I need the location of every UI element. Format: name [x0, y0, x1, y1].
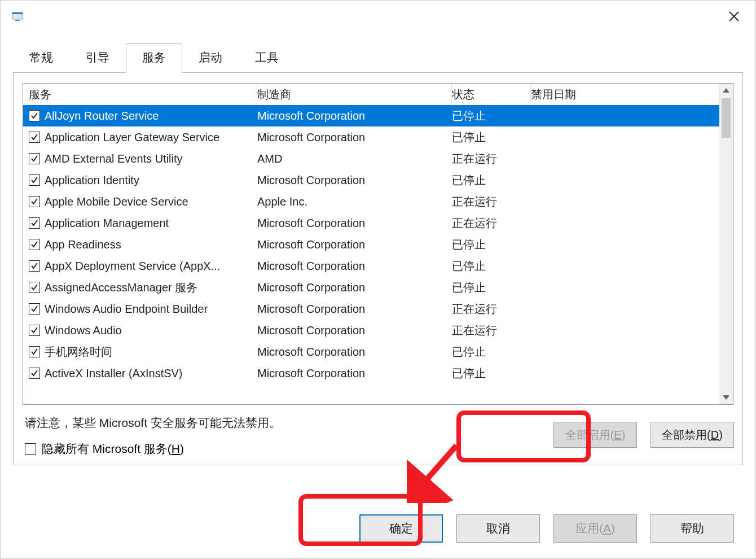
service-status: 已停止: [452, 280, 531, 295]
service-row[interactable]: 手机网络时间Microsoft Corporation已停止: [23, 341, 719, 363]
service-checkbox[interactable]: [29, 174, 40, 186]
service-status: 正在运行: [452, 302, 531, 317]
service-name: AppX Deployment Service (AppX...: [45, 260, 220, 273]
svg-rect-2: [15, 20, 20, 21]
service-row[interactable]: Application IdentityMicrosoft Corporatio…: [23, 169, 719, 191]
service-checkbox[interactable]: [29, 346, 40, 357]
services-list: 服务 制造商 状态 禁用日期 AllJoyn Router ServiceMic…: [23, 83, 733, 405]
bulk-buttons: 全部启用(E) 全部禁用(D): [553, 422, 734, 448]
tab-工具[interactable]: 工具: [239, 43, 295, 73]
service-name: Application Identity: [45, 174, 139, 187]
service-status: 已停止: [452, 344, 531, 360]
service-status: 已停止: [452, 237, 531, 252]
service-row[interactable]: AppX Deployment Service (AppX...Microsof…: [23, 255, 719, 277]
service-row[interactable]: Windows Audio Endpoint BuilderMicrosoft …: [23, 298, 719, 320]
service-manufacturer: Microsoft Corporation: [257, 303, 452, 316]
service-name: App Readiness: [45, 238, 121, 251]
service-name: AssignedAccessManager 服务: [45, 280, 197, 295]
service-checkbox[interactable]: [29, 217, 40, 229]
help-button[interactable]: 帮助: [650, 514, 734, 543]
service-checkbox[interactable]: [29, 260, 40, 272]
scroll-up-arrow[interactable]: [719, 84, 733, 97]
column-header-status[interactable]: 状态: [452, 84, 531, 105]
service-status: 正在运行: [452, 323, 531, 338]
service-name: AMD External Events Utility: [45, 152, 183, 165]
svg-marker-6: [723, 395, 729, 400]
service-checkbox[interactable]: [29, 153, 40, 164]
app-icon: [11, 10, 24, 23]
service-manufacturer: Microsoft Corporation: [257, 217, 452, 230]
service-checkbox[interactable]: [29, 303, 40, 315]
service-row[interactable]: Windows AudioMicrosoft Corporation正在运行: [23, 320, 719, 341]
service-manufacturer: Microsoft Corporation: [257, 346, 452, 359]
scroll-down-arrow[interactable]: [719, 391, 733, 404]
service-status: 已停止: [452, 130, 531, 145]
service-row[interactable]: AssignedAccessManager 服务Microsoft Corpor…: [23, 277, 719, 298]
service-manufacturer: Microsoft Corporation: [257, 110, 452, 123]
service-row[interactable]: Apple Mobile Device ServiceApple Inc.正在运…: [23, 191, 719, 212]
list-header: 服务 制造商 状态 禁用日期: [23, 84, 719, 105]
service-name: Apple Mobile Device Service: [45, 195, 188, 208]
service-checkbox[interactable]: [29, 325, 40, 336]
service-name: Windows Audio: [45, 324, 122, 337]
tab-常规[interactable]: 常规: [13, 43, 69, 73]
service-checkbox[interactable]: [29, 132, 40, 143]
service-manufacturer: Microsoft Corporation: [257, 238, 452, 251]
service-row[interactable]: Application ManagementMicrosoft Corporat…: [23, 212, 719, 234]
hide-microsoft-label: 隐藏所有 Microsoft 服务(H): [42, 441, 184, 457]
tab-引导[interactable]: 引导: [69, 43, 126, 73]
service-name: Application Layer Gateway Service: [45, 131, 219, 144]
service-manufacturer: Microsoft Corporation: [257, 131, 452, 144]
tab-strip: 常规引导服务启动工具: [13, 43, 743, 73]
service-manufacturer: Apple Inc.: [257, 195, 452, 208]
services-panel: 服务 制造商 状态 禁用日期 AllJoyn Router ServiceMic…: [13, 73, 743, 465]
column-header-manufacturer[interactable]: 制造商: [257, 84, 452, 105]
service-status: 正在运行: [452, 151, 531, 167]
service-name: Windows Audio Endpoint Builder: [45, 303, 208, 316]
service-status: 正在运行: [452, 216, 531, 231]
hide-microsoft-checkbox[interactable]: [25, 443, 36, 455]
column-header-disabled-date[interactable]: 禁用日期: [531, 84, 719, 105]
msconfig-window: 常规引导服务启动工具 服务 制造商 状态 禁用日期 AllJoyn Router…: [0, 0, 756, 559]
service-row[interactable]: AMD External Events UtilityAMD正在运行: [23, 148, 719, 169]
service-manufacturer: Microsoft Corporation: [257, 174, 452, 187]
ok-button[interactable]: 确定: [359, 514, 443, 543]
tab-服务[interactable]: 服务: [126, 43, 182, 73]
content-area: 常规引导服务启动工具 服务 制造商 状态 禁用日期 AllJoyn Router…: [1, 43, 755, 478]
cancel-button[interactable]: 取消: [456, 514, 540, 543]
service-manufacturer: Microsoft Corporation: [257, 260, 452, 273]
close-button[interactable]: [723, 5, 745, 28]
service-row[interactable]: AllJoyn Router ServiceMicrosoft Corporat…: [23, 105, 719, 126]
service-checkbox[interactable]: [29, 196, 40, 207]
disable-all-button[interactable]: 全部禁用(D): [650, 422, 734, 448]
svg-rect-1: [12, 12, 23, 14]
enable-all-button[interactable]: 全部启用(E): [553, 422, 637, 448]
service-status: 正在运行: [452, 194, 531, 209]
service-manufacturer: Microsoft Corporation: [257, 324, 452, 337]
service-name: Application Management: [45, 217, 169, 230]
service-status: 已停止: [452, 366, 531, 381]
apply-button[interactable]: 应用(A): [553, 514, 637, 543]
svg-marker-5: [723, 88, 729, 93]
vertical-scrollbar[interactable]: [719, 84, 733, 404]
service-manufacturer: Microsoft Corporation: [257, 281, 452, 294]
service-status: 已停止: [452, 173, 531, 188]
service-row[interactable]: ActiveX Installer (AxInstSV)Microsoft Co…: [23, 363, 719, 384]
service-manufacturer: AMD: [257, 152, 452, 165]
tab-启动[interactable]: 启动: [182, 43, 239, 73]
list-rows: AllJoyn Router ServiceMicrosoft Corporat…: [23, 105, 719, 384]
service-checkbox[interactable]: [29, 282, 40, 293]
service-checkbox[interactable]: [29, 368, 40, 379]
service-row[interactable]: App ReadinessMicrosoft Corporation已停止: [23, 234, 719, 255]
dialog-buttons: 确定 取消 应用(A) 帮助: [359, 514, 734, 543]
service-row[interactable]: Application Layer Gateway ServiceMicroso…: [23, 126, 719, 148]
titlebar: [1, 1, 755, 32]
service-name: 手机网络时间: [45, 344, 112, 360]
scroll-thumb[interactable]: [722, 98, 731, 138]
service-manufacturer: Microsoft Corporation: [257, 367, 452, 380]
service-status: 已停止: [452, 108, 531, 124]
service-checkbox[interactable]: [29, 110, 40, 121]
column-header-service[interactable]: 服务: [23, 84, 257, 105]
service-checkbox[interactable]: [29, 239, 40, 250]
service-name: AllJoyn Router Service: [45, 110, 159, 123]
